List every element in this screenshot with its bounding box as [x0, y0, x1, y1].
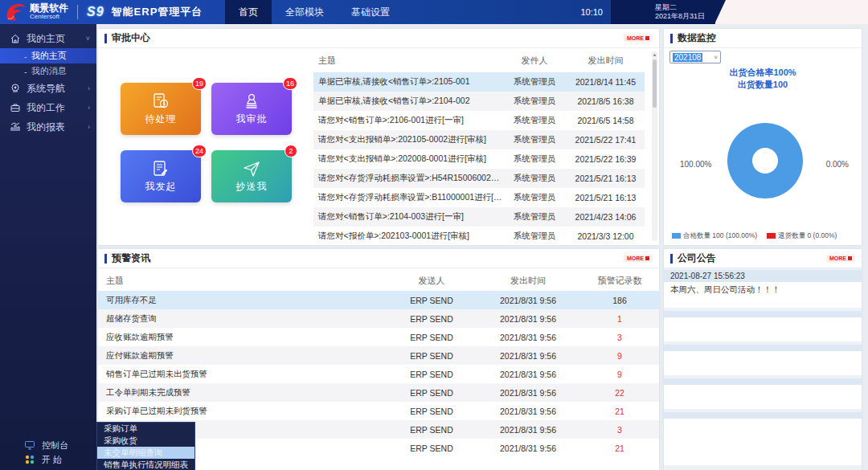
monitor-panel-title: 数据监控 [664, 29, 862, 48]
subject: 请您对<支出报销单>:202105-0002进行[审核] [313, 130, 502, 149]
count: 9 [580, 346, 659, 365]
table-row[interactable]: 请您对<报价单>:202103-0001进行[审核]系统管理员2021/3/3 … [313, 227, 645, 246]
notice-list: 2021-08-27 15:56:23 本周六、周日公司活动！！！ [664, 268, 862, 470]
sidebar-footer: 控制台 开 始 [0, 438, 96, 467]
doc-clock-icon [152, 92, 170, 110]
notice-entry-empty-head [664, 378, 862, 385]
table-row[interactable]: 超储存货查询ERP SEND2021/8/31 9:561 [98, 309, 659, 328]
time: 2021/5/21 16:13 [567, 169, 645, 188]
table-row[interactable]: 请您对<支出报销单>:202008-0001进行[审核]系统管理员2021/5/… [313, 149, 645, 169]
scroll-up-icon[interactable]: ▲ [652, 52, 657, 57]
tile-pending[interactable]: 待处理 19 [121, 83, 201, 135]
taskbar-popup-menu: 采购订单采购收货未交单明细查询销售单执行情况明细表 [96, 422, 195, 470]
sidebar-item-my-home[interactable]: 我的主页 ˅ [0, 29, 96, 48]
clock-time: 10:10 [580, 7, 611, 17]
alerts-panel-title: 预警资讯 MORE [98, 249, 659, 268]
table-row[interactable]: 单据已审核,请接收<销售订单>:2104-002系统管理员2021/8/5 16… [313, 92, 645, 111]
donut-chart[interactable] [727, 123, 803, 198]
time: 2021/8/31 9:56 [476, 346, 580, 365]
legend-item-pass[interactable]: 合格数量 100 (100.00%) [672, 231, 757, 241]
count: 186 [580, 291, 659, 309]
time: 2021/8/31 9:56 [476, 291, 580, 309]
subject: 应收账款逾期预警 [98, 328, 387, 346]
popup-menu-item[interactable]: 采购收货 [97, 435, 194, 447]
legend-swatch-red [767, 233, 776, 239]
top-nav-item[interactable]: 全部模块 [272, 0, 338, 24]
time: 2021/8/5 16:38 [567, 92, 645, 111]
alerts-more-button[interactable]: MORE [624, 255, 653, 262]
sender: 系统管理员 [502, 207, 567, 227]
time: 2021/6/5 14:58 [567, 111, 645, 130]
table-row[interactable]: 工令单到期未完成预警ERP SEND2021/8/31 9:5622 [98, 383, 659, 402]
sidebar-item-my-work[interactable]: 我的工作 › [0, 98, 96, 117]
start-button[interactable]: 开 始 [0, 452, 96, 467]
notice-more-button[interactable]: MORE [826, 255, 855, 262]
table-row[interactable]: 请您对<存货浮动耗损率设置>:B11000001进行[审核]系统管理员2021/… [313, 188, 645, 207]
table-row[interactable]: 销售订单已过期未出货预警ERP SEND2021/8/31 9:569 [98, 365, 659, 383]
legend-item-return[interactable]: 退货数量 0 (0.00%) [767, 231, 837, 241]
sidebar-item-label: 系统导航 [27, 82, 65, 96]
brand-area: 顺景软件 Centersoft S9 智能ERP管理平台 [0, 2, 220, 22]
col-count: 预警记录数 [580, 270, 659, 291]
chevron-down-icon: ˅ [86, 35, 90, 43]
legend-text: 合格数量 100 (100.00%) [683, 231, 757, 239]
table-row[interactable]: 单据已审核,请接收<销售订单>:2105-001系统管理员2021/8/14 1… [313, 72, 645, 92]
more-icon [848, 256, 852, 260]
sidebar-subitem-label: 我的消息 [31, 65, 67, 77]
table-row[interactable]: 应收账款逾期预警ERP SEND2021/8/31 9:563 [98, 328, 659, 346]
sidebar-subitem-my-messages[interactable]: 我的消息 [0, 63, 96, 79]
table-row[interactable]: 请您对<销售订单>:2104-003进行[一审]系统管理员2021/4/23 1… [313, 207, 645, 227]
top-nav-item[interactable]: 基础设置 [338, 0, 403, 24]
sidebar-subitem-my-home[interactable]: 我的主页 [0, 48, 96, 63]
approval-table: 主题 发件人 发出时间 单据已审核,请接收<销售订单>:2105-001系统管理… [313, 48, 645, 246]
table-row[interactable]: 应付账款逾期预警ERP SEND2021/8/31 9:569 [98, 346, 659, 365]
period-value: 202108 [673, 53, 702, 62]
tile-cc-to-me[interactable]: 抄送我 2 [211, 150, 292, 202]
col-subject: 主题 [98, 270, 387, 291]
subject: 销售订单已过期未出货预警 [98, 365, 387, 383]
sender: ERP SEND [387, 309, 476, 328]
notice-entry-empty-body [664, 419, 862, 465]
console-button[interactable]: 控制台 [0, 438, 96, 452]
alerts-table-header: 主题 发送人 发出时间 预警记录数 [98, 270, 659, 291]
time: 2021/8/31 9:56 [476, 309, 580, 328]
table-row[interactable]: 请您对<存货浮动耗损率设置>:H54R15006002进行[审核]系统管理员20… [313, 169, 645, 188]
time: 2021/8/31 9:56 [476, 402, 580, 420]
approval-more-button[interactable]: MORE [624, 35, 653, 42]
product-title: 智能ERP管理平台 [112, 5, 203, 19]
table-row[interactable]: 可用库存不足ERP SEND2021/8/31 9:56186 [98, 291, 659, 309]
col-time: 发出时间 [476, 270, 580, 291]
tile-initiated-by-me[interactable]: 我发起 24 [121, 150, 201, 202]
period-select[interactable]: 202108 ˅ [669, 51, 721, 63]
tile-badge: 16 [283, 77, 297, 90]
approval-scrollbar[interactable]: ▲ [652, 51, 657, 241]
sidebar-item-system-nav[interactable]: 系统导航 › [0, 79, 96, 98]
popup-menu-item[interactable]: 采购订单 [97, 423, 194, 435]
brand-sub: Centersoft [30, 13, 68, 20]
approval-panel-title: 审批中心 MORE [98, 29, 659, 48]
top-nav-item[interactable]: 首页 [225, 0, 272, 24]
approval-center-panel: 审批中心 MORE 待处理 19 我审批 16 我发起 24 抄送我 2 主题 [98, 29, 659, 245]
tile-my-approvals[interactable]: 我审批 16 [211, 83, 292, 135]
popup-menu-item[interactable]: 销售单执行情况明细表 [97, 459, 194, 470]
briefcase-icon [10, 102, 21, 113]
col-sender: 发送人 [387, 270, 476, 291]
subject: 可用库存不足 [98, 291, 387, 309]
scrollbar-thumb[interactable] [653, 59, 657, 108]
compass-icon [10, 83, 21, 94]
chart-legend: 合格数量 100 (100.00%) 退货数量 0 (0.00%) [672, 231, 837, 241]
sidebar: 我的主页 ˅ 我的主页 我的消息 系统导航 › 我的工作 › 我的报表 › 控制… [0, 24, 96, 470]
time: 2021/5/22 16:39 [567, 149, 645, 169]
notice-entry-time[interactable]: 2021-08-27 15:56:23 [664, 270, 862, 282]
sidebar-item-my-reports[interactable]: 我的报表 › [0, 117, 96, 137]
pass-rate-text: 出货合格率100% [664, 67, 862, 79]
table-row[interactable]: 请您对<支出报销单>:202105-0002进行[审核]系统管理员2021/5/… [313, 130, 645, 149]
table-row[interactable]: 采购订单已过期未到货预警ERP SEND2021/8/31 9:5621 [98, 402, 659, 420]
time: 2021/8/14 11:45 [567, 72, 645, 92]
date: 2021年8月31日 [655, 12, 705, 21]
popup-menu-item[interactable]: 未交单明细查询 [97, 447, 194, 459]
donut-right-label: 0.00% [826, 160, 849, 169]
sender: ERP SEND [387, 346, 476, 365]
table-row[interactable]: 请您对<销售订单>:2106-001进行[一审]系统管理员2021/6/5 14… [313, 111, 645, 130]
subject: 采购订单已过期未到货预警 [98, 402, 387, 420]
